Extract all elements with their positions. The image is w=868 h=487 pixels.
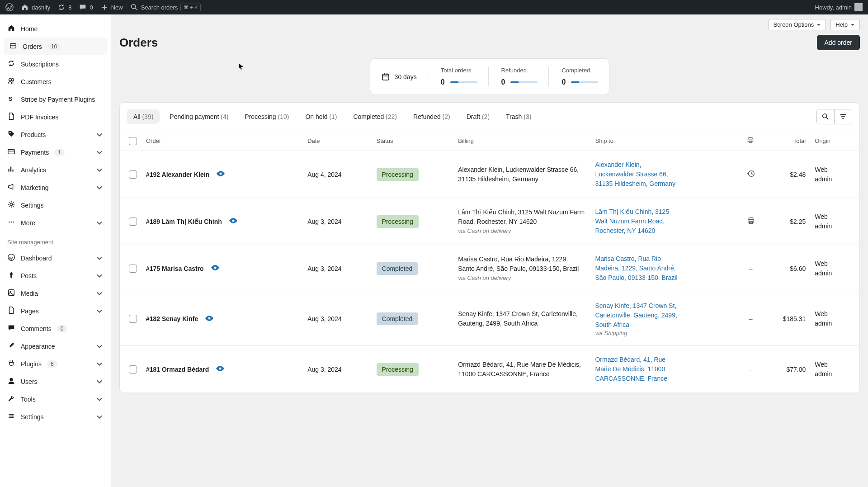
shipto-link[interactable]: Alexander Klein, Luckenwalder Strasse 66… xyxy=(595,160,681,189)
sidebar-item-label: Subscriptions xyxy=(21,61,59,68)
search-button[interactable] xyxy=(817,109,834,124)
tab-label: Completed xyxy=(353,113,384,120)
row-checkbox[interactable] xyxy=(129,265,137,273)
col-billing[interactable]: Billing xyxy=(453,131,590,151)
search-icon xyxy=(130,3,138,11)
shipto-link[interactable]: Marisa Castro, Rua Rio Madeira, 1229, Sa… xyxy=(595,254,681,283)
orders-panel: All (39)Pending payment (4)Processing (1… xyxy=(119,102,860,393)
preview-icon[interactable] xyxy=(228,217,238,225)
help-label: Help xyxy=(835,21,848,28)
col-total[interactable]: Total xyxy=(760,131,811,151)
sidebar-item-label: Home xyxy=(21,25,38,33)
shipto-link[interactable]: Lâm Thị Kiều Chinh, 3125 Walt Nuzum Farm… xyxy=(595,207,681,236)
order-date: Aug 3, 2024 xyxy=(303,245,372,292)
sidebar-item-comments[interactable]: Comments0 xyxy=(0,320,111,337)
sidebar-item-subscriptions[interactable]: Subscriptions xyxy=(0,55,111,73)
table-row[interactable]: #181 Ormazd BédardAug 3, 2024ProcessingO… xyxy=(120,346,859,393)
preview-icon[interactable] xyxy=(204,315,214,323)
shipto-link[interactable]: Senay Kinfe, 1347 Crown St, Carletonvill… xyxy=(595,301,681,330)
row-checkbox[interactable] xyxy=(129,170,137,179)
sidebar-item-label: Stripe by Payment Plugins xyxy=(21,96,95,103)
sidebar-item-appearance[interactable]: Appearance xyxy=(0,337,111,355)
sidebar-item-settings[interactable]: Settings xyxy=(0,408,111,426)
file-icon xyxy=(7,112,15,122)
shipto-link[interactable]: Ormazd Bédard, 41, Rue Marie De Médicis,… xyxy=(595,355,681,383)
order-id[interactable]: #182 Senay Kinfe xyxy=(146,315,198,322)
tab-pending-payment[interactable]: Pending payment (4) xyxy=(163,109,235,124)
sidebar-item-analytics[interactable]: Analytics xyxy=(0,161,111,179)
col-date[interactable]: Date xyxy=(303,131,372,151)
order-total: $2.48 xyxy=(760,151,811,198)
home-icon xyxy=(7,24,15,33)
tab-all[interactable]: All (39) xyxy=(127,109,160,124)
svg-rect-22 xyxy=(748,139,753,142)
tag-icon xyxy=(7,130,15,139)
howdy-user[interactable]: Howdy, admin xyxy=(815,3,863,11)
updates-link[interactable]: 8 xyxy=(57,3,71,11)
order-id[interactable]: #192 Alexander Klein xyxy=(146,171,209,178)
select-all-checkbox[interactable] xyxy=(129,137,137,145)
svg-point-24 xyxy=(220,173,222,175)
order-id[interactable]: #189 Lâm Thị Kiều Chinh xyxy=(146,218,222,225)
sidebar-item-dashboard[interactable]: Dashboard xyxy=(0,249,111,267)
sidebar-item-payments[interactable]: Payments1 xyxy=(0,143,111,161)
col-shipto[interactable]: Ship to xyxy=(590,131,742,151)
tab-on-hold[interactable]: On hold (1) xyxy=(299,109,343,124)
caret-down-icon xyxy=(816,23,821,27)
sidebar-item-label: Tools xyxy=(21,396,36,403)
caret-down-icon xyxy=(850,23,855,27)
sidebar-item-media[interactable]: Media xyxy=(0,284,111,302)
calendar-icon xyxy=(381,72,390,81)
sidebar-item-tools[interactable]: Tools xyxy=(0,390,111,408)
sidebar-item-pdf-invoices[interactable]: PDF Invoices xyxy=(0,108,111,126)
screen-options-button[interactable]: Screen Options xyxy=(769,19,826,30)
table-row[interactable]: #175 Marisa CastroAug 3, 2024CompletedMa… xyxy=(120,245,859,292)
sidebar-item-more[interactable]: More xyxy=(0,214,111,232)
summary-period[interactable]: 30 days xyxy=(381,72,428,81)
chevron-down-icon xyxy=(95,413,104,421)
tab-completed[interactable]: Completed (22) xyxy=(347,109,403,124)
sidebar-item-orders[interactable]: Orders10 xyxy=(4,38,107,55)
row-extra-icon[interactable] xyxy=(742,151,760,198)
sidebar-item-stripe-by-payment-plugins[interactable]: SStripe by Payment Plugins xyxy=(0,90,111,108)
preview-icon[interactable] xyxy=(210,265,220,272)
billing-cell: Alexander Klein, Luckenwalder Strasse 66… xyxy=(453,151,590,198)
sidebar-item-plugins[interactable]: Plugins6 xyxy=(0,355,111,373)
table-row[interactable]: #192 Alexander KleinAug 4, 2024Processin… xyxy=(120,151,859,198)
content-area: Screen Options Help Orders Add order 30 … xyxy=(111,14,868,487)
order-id[interactable]: #175 Marisa Castro xyxy=(146,265,204,272)
wp-logo[interactable] xyxy=(5,3,14,11)
help-button[interactable]: Help xyxy=(830,19,860,30)
pin-icon xyxy=(7,271,15,280)
preview-icon[interactable] xyxy=(216,170,226,178)
col-order[interactable]: Order xyxy=(142,131,303,151)
add-order-button[interactable]: Add order xyxy=(817,35,860,50)
comments-link[interactable]: 0 xyxy=(79,3,93,11)
sidebar-item-home[interactable]: Home xyxy=(0,20,111,38)
row-extra-icon[interactable] xyxy=(742,198,760,245)
sidebar-item-settings[interactable]: Settings xyxy=(0,196,111,214)
tab-processing[interactable]: Processing (10) xyxy=(238,109,295,124)
sidebar-item-pages[interactable]: Pages xyxy=(0,302,111,320)
site-name[interactable]: dashify xyxy=(21,3,50,11)
tab-trash[interactable]: Trash (3) xyxy=(500,109,538,124)
preview-icon[interactable] xyxy=(215,365,225,373)
sidebar-item-marketing[interactable]: Marketing xyxy=(0,179,111,196)
row-checkbox[interactable] xyxy=(129,365,137,374)
row-checkbox[interactable] xyxy=(129,315,137,323)
sidebar-item-posts[interactable]: Posts xyxy=(0,267,111,284)
new-link[interactable]: New xyxy=(100,3,123,11)
table-row[interactable]: #182 Senay KinfeAug 3, 2024CompletedSena… xyxy=(120,292,859,346)
row-checkbox[interactable] xyxy=(129,217,137,226)
col-status[interactable]: Status xyxy=(372,131,454,151)
search-orders[interactable]: Search orders ⌘ + K xyxy=(130,3,201,11)
sidebar-item-users[interactable]: Users xyxy=(0,373,111,390)
tab-draft[interactable]: Draft (2) xyxy=(460,109,496,124)
sidebar-item-products[interactable]: Products xyxy=(0,126,111,143)
sidebar-item-customers[interactable]: Customers xyxy=(0,73,111,90)
filter-button[interactable] xyxy=(834,109,852,124)
col-origin[interactable]: Origin xyxy=(810,131,859,151)
table-row[interactable]: #189 Lâm Thị Kiều ChinhAug 3, 2024Proces… xyxy=(120,198,859,245)
tab-refunded[interactable]: Refunded (2) xyxy=(407,109,457,124)
order-id[interactable]: #181 Ormazd Bédard xyxy=(146,366,209,373)
